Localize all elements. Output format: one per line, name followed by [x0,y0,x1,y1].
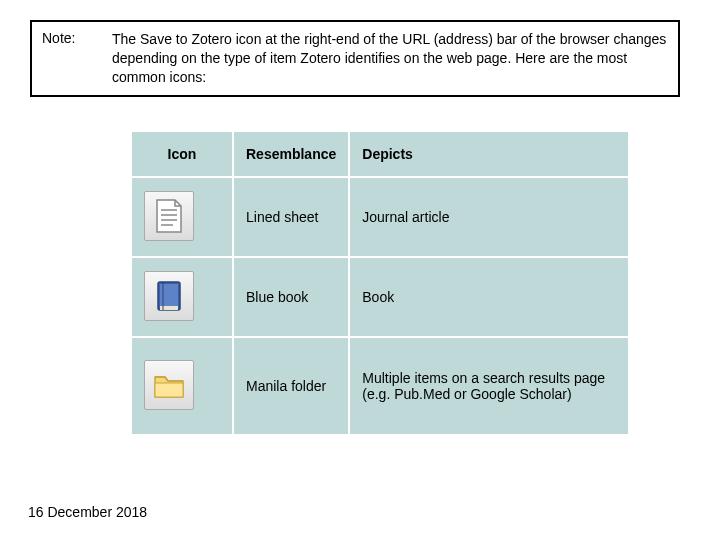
icon-table: Icon Resemblance Depicts Lined sheet Jou… [130,130,630,436]
depicts-cell: Book [350,258,628,336]
resemblance-cell: Lined sheet [234,178,348,256]
blue-book-icon [144,271,194,321]
footer-date: 16 December 2018 [28,504,147,520]
table-row: Blue book Book [132,258,628,336]
resemblance-cell: Manila folder [234,338,348,434]
depicts-cell: Multiple items on a search results page … [350,338,628,434]
header-depicts: Depicts [350,132,628,176]
table-row: Manila folder Multiple items on a search… [132,338,628,434]
lined-sheet-icon [144,191,194,241]
note-label: Note: [42,30,112,87]
icon-cell [132,178,232,256]
header-icon: Icon [132,132,232,176]
resemblance-cell: Blue book [234,258,348,336]
table-header-row: Icon Resemblance Depicts [132,132,628,176]
table-row: Lined sheet Journal article [132,178,628,256]
depicts-cell: Journal article [350,178,628,256]
icon-cell [132,258,232,336]
note-box: Note: The Save to Zotero icon at the rig… [30,20,680,97]
header-resemblance: Resemblance [234,132,348,176]
note-text: The Save to Zotero icon at the right-end… [112,30,668,87]
icon-cell [132,338,232,434]
manila-folder-icon [144,360,194,410]
